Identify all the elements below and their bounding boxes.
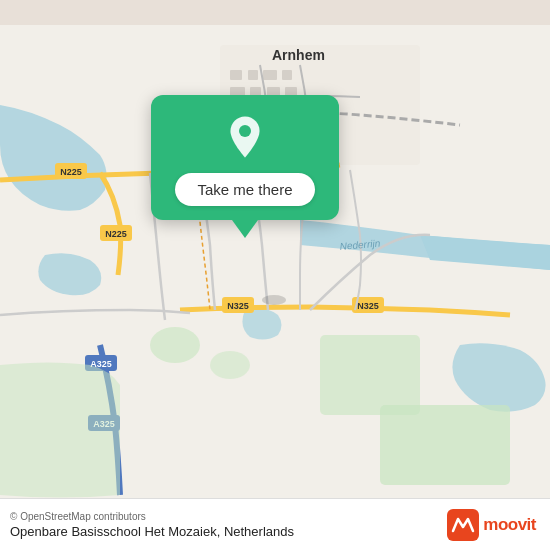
map-background: N225 N225 N325 N325 A325 A325 xyxy=(0,0,550,550)
bottom-bar: © OpenStreetMap contributors Openbare Ba… xyxy=(0,498,550,550)
svg-point-15 xyxy=(150,327,200,363)
popup-bubble: Take me there xyxy=(151,95,338,220)
svg-point-16 xyxy=(210,351,250,379)
bottom-left-info: © OpenStreetMap contributors Openbare Ba… xyxy=(10,511,294,539)
svg-rect-13 xyxy=(320,335,420,415)
svg-rect-19 xyxy=(230,70,242,80)
location-pin-icon xyxy=(221,113,269,161)
moovit-text: moovit xyxy=(483,515,536,535)
take-me-there-button[interactable]: Take me there xyxy=(175,173,314,206)
copyright-text: © OpenStreetMap contributors xyxy=(10,511,294,522)
svg-rect-20 xyxy=(248,70,258,80)
svg-text:N325: N325 xyxy=(357,301,379,311)
svg-text:N225: N225 xyxy=(60,167,82,177)
moovit-icon xyxy=(447,509,479,541)
map-container[interactable]: N225 N225 N325 N325 A325 A325 xyxy=(0,0,550,550)
svg-text:N225: N225 xyxy=(105,229,127,239)
svg-rect-21 xyxy=(263,70,277,80)
moovit-logo: moovit xyxy=(447,509,536,541)
svg-rect-22 xyxy=(282,70,292,80)
svg-text:Arnhem: Arnhem xyxy=(272,47,325,63)
svg-point-28 xyxy=(262,295,286,305)
svg-text:N325: N325 xyxy=(227,301,249,311)
location-name: Openbare Basisschool Het Mozaiek, Nether… xyxy=(10,524,294,539)
svg-rect-14 xyxy=(380,405,510,485)
popup-overlay: Take me there xyxy=(130,95,360,220)
svg-point-29 xyxy=(239,125,251,137)
